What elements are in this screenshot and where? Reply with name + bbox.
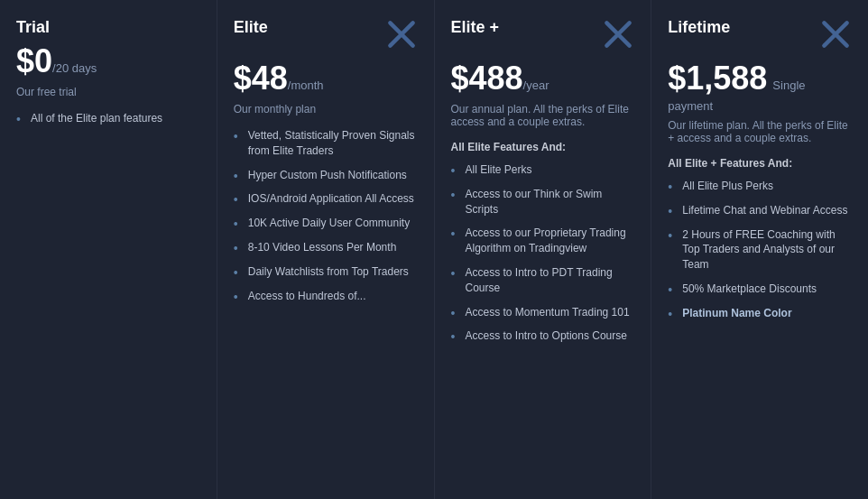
plan-elite: Elite $48/month Our monthly plan Vetted,… (217, 0, 435, 499)
plan-trial: Trial $0/20 days Our free trial All of t… (0, 0, 217, 499)
plan-elite-plus-features-heading: All Elite Features And: (451, 141, 635, 153)
list-item: Access to Hundreds of... (234, 289, 418, 304)
list-item: Daily Watchlists from Top Traders (234, 264, 418, 280)
plan-elite-description: Our monthly plan (234, 103, 418, 116)
list-item: All Elite Perks (451, 162, 635, 178)
plan-elite-plus-description: Our annual plan. All the perks of Elite … (451, 103, 635, 128)
pricing-grid: Trial $0/20 days Our free trial All of t… (0, 0, 868, 499)
plan-lifetime-header: Lifetime (668, 18, 852, 54)
plan-elite-name: Elite (234, 18, 268, 37)
plan-elite-plus-price: $488/year (451, 60, 635, 97)
plan-elite-plus: Elite + $488/year Our annual plan. All t… (435, 0, 652, 499)
platinum-name-color-label: Platinum Name Color (682, 307, 791, 319)
plan-elite-features: Vetted, Statistically Proven Signals fro… (234, 128, 418, 303)
list-item: Access to Momentum Trading 101 (451, 305, 635, 320)
list-item: Access to our Think or Swim Scripts (451, 187, 635, 217)
plan-lifetime-features: All Elite Plus Perks Lifetime Chat and W… (668, 179, 852, 321)
plan-lifetime-features-heading: All Elite + Features And: (668, 157, 852, 170)
plan-elite-plus-amount: $488 (451, 60, 523, 97)
list-item: All of the Elite plan features (16, 111, 200, 126)
list-item: Lifetime Chat and Webinar Access (668, 203, 852, 218)
plan-lifetime-description: Our lifetime plan. All the perks of Elit… (668, 119, 852, 144)
plan-lifetime-amount: $1,588 (668, 60, 767, 97)
list-item: 50% Marketplace Discounts (668, 282, 852, 297)
list-item: IOS/Android Application All Access (234, 191, 418, 207)
plan-trial-period: /20 days (52, 61, 97, 75)
list-item: Vetted, Statistically Proven Signals fro… (234, 128, 418, 159)
list-item: Access to Intro to PDT Trading Course (451, 265, 635, 296)
plan-trial-features: All of the Elite plan features (16, 111, 200, 126)
plan-elite-plus-features: All Elite Perks Access to our Think or S… (451, 162, 635, 344)
list-item: All Elite Plus Perks (668, 179, 852, 194)
elite-logo-icon (385, 18, 418, 54)
plan-elite-plus-period: /year (523, 79, 549, 92)
plan-elite-amount: $48 (234, 60, 288, 97)
list-item: Access to our Proprietary Trading Algori… (451, 226, 635, 256)
plan-lifetime: Lifetime $1,588Single payment Our lifeti… (651, 0, 868, 499)
plan-elite-header: Elite (234, 18, 418, 54)
list-item: 2 Hours of FREE Coaching with Top Trader… (668, 227, 852, 273)
elite-plus-logo-icon (602, 18, 634, 54)
list-item: Platinum Name Color (668, 306, 852, 321)
list-item: 10K Active Daily User Community (234, 216, 418, 231)
plan-elite-plus-name: Elite + (451, 18, 500, 37)
plan-trial-price: $0/20 days (16, 42, 200, 80)
plan-lifetime-name: Lifetime (668, 18, 730, 37)
list-item: Access to Intro to Options Course (451, 328, 635, 344)
plan-trial-name: Trial (16, 18, 50, 37)
plan-trial-description: Our free trial (16, 86, 200, 98)
plan-elite-period: /month (288, 79, 324, 92)
plan-trial-amount: $0 (16, 42, 52, 79)
lifetime-logo-icon (819, 18, 852, 54)
list-item: Hyper Custom Push Notifications (234, 168, 418, 183)
plan-lifetime-price: $1,588Single payment (668, 60, 852, 114)
plan-trial-header: Trial (16, 18, 200, 37)
list-item: 8-10 Video Lessons Per Month (234, 240, 418, 255)
plan-elite-plus-header: Elite + (451, 18, 635, 54)
plan-elite-price: $48/month (234, 60, 418, 97)
